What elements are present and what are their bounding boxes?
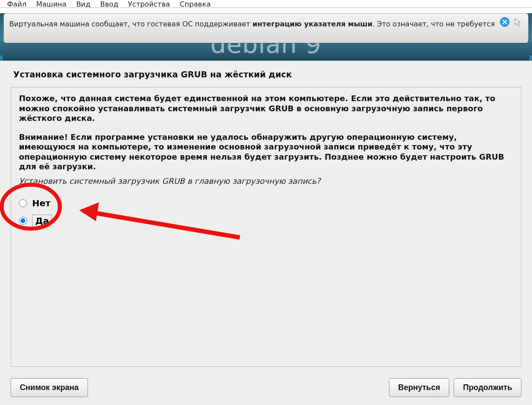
- radio-no-label: Нет: [32, 198, 51, 208]
- menu-view[interactable]: Вид: [76, 0, 90, 8]
- menu-help[interactable]: Справка: [180, 0, 211, 8]
- radio-group: Нет Да: [19, 194, 513, 230]
- mouse-integration-notice: Виртуальная машина сообщает, что гостева…: [4, 13, 528, 43]
- screenshot-button[interactable]: Снимок экрана: [11, 378, 88, 397]
- notice-text-before: Виртуальная машина сообщает, что гостева…: [9, 20, 253, 28]
- button-row: Снимок экрана Вернуться Продолжить: [11, 378, 521, 397]
- page-title: Установка системного загрузчика GRUB на …: [13, 69, 520, 79]
- radio-yes-label: Да: [32, 215, 52, 227]
- info-paragraph-1: Похоже, что данная система будет единств…: [19, 94, 513, 124]
- menu-file[interactable]: Файл: [7, 0, 26, 8]
- radio-yes[interactable]: [19, 217, 27, 225]
- vm-menubar: Файл Машина Вид Ввод Устройства Справка: [0, 0, 532, 8]
- radio-yes-row[interactable]: Да: [19, 212, 513, 230]
- install-question: Установить системный загрузчик GRUB в гл…: [19, 176, 513, 186]
- continue-button[interactable]: Продолжить: [454, 378, 521, 397]
- menu-input[interactable]: Ввод: [100, 0, 118, 8]
- menu-devices[interactable]: Устройства: [128, 0, 170, 8]
- installer-body: Установка системного загрузчика GRUB на …: [0, 61, 532, 405]
- radio-no-row[interactable]: Нет: [19, 194, 513, 212]
- close-icon[interactable]: [500, 17, 510, 27]
- notice-text-after: . Это означает, что не требуется: [373, 20, 495, 28]
- back-button[interactable]: Вернуться: [389, 378, 450, 397]
- content-box: Похоже, что данная система будет единств…: [11, 87, 521, 367]
- menu-machine[interactable]: Машина: [36, 0, 66, 8]
- notice-text-bold: интеграцию указателя мыши: [253, 20, 373, 28]
- mouse-cursor-icon: [512, 17, 524, 28]
- radio-no[interactable]: [19, 199, 27, 207]
- info-paragraph-2: Внимание! Если программе установки не уд…: [19, 132, 513, 172]
